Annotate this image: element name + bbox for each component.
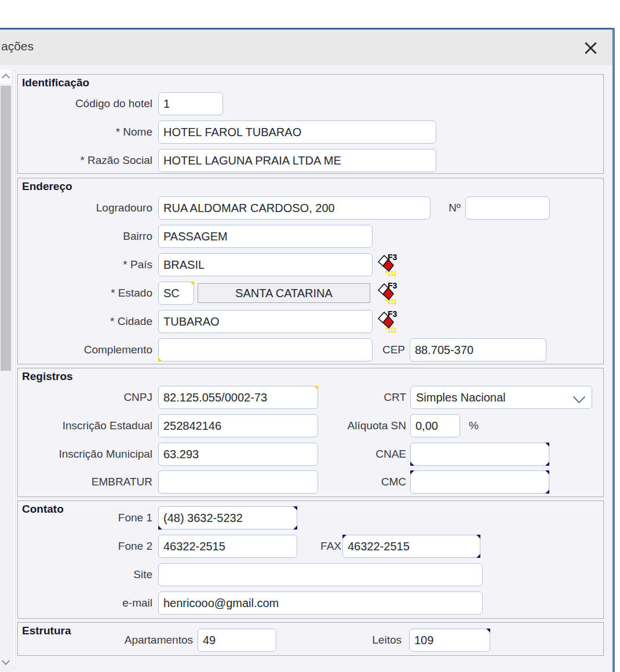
- cnae-input[interactable]: [410, 443, 549, 466]
- logradouro-label: Logradouro: [18, 196, 152, 220]
- razao-social-label: * Razão Social: [18, 149, 152, 172]
- embratur-input[interactable]: [158, 470, 318, 494]
- panel-edge: [13, 70, 16, 669]
- leitos-input-wrap: [409, 629, 490, 652]
- aliquota-sn-label: Alíquota SN: [325, 414, 406, 437]
- fax-label: FAX: [313, 535, 341, 558]
- cmc-label: CMC: [342, 470, 406, 494]
- site-label: Site: [18, 563, 152, 586]
- corner-marker: [158, 525, 162, 529]
- cmc-input-wrap: [410, 470, 549, 494]
- svg-text:F3: F3: [388, 281, 397, 290]
- group-endereco: Endereço Logradouro Nº Bairro * País F3 …: [17, 178, 604, 364]
- fone1-input-wrap: [158, 506, 297, 529]
- cnpj-input-wrap: [158, 386, 318, 409]
- group-title: Identificação: [22, 76, 89, 89]
- chevron-down-icon: [573, 391, 585, 403]
- cep-label: CEP: [363, 338, 405, 361]
- complemento-input-wrap: [158, 338, 373, 361]
- cidade-label: * Cidade: [18, 310, 152, 333]
- corner-marker: [545, 490, 549, 494]
- codigo-hotel-label: Código do hotel: [18, 92, 152, 115]
- corner-marker: [314, 386, 318, 390]
- fax-input-wrap: [342, 535, 480, 558]
- group-title: Endereço: [22, 180, 72, 193]
- corner-marker: [410, 470, 414, 474]
- chevron-up-icon: [2, 74, 10, 82]
- cep-input[interactable]: [410, 338, 546, 361]
- corner-marker: [476, 535, 480, 539]
- logradouro-input[interactable]: [158, 196, 431, 220]
- apartamentos-label: Apartamentos: [77, 629, 193, 652]
- numero-input[interactable]: [465, 196, 550, 220]
- estado-f3-lookup-icon[interactable]: F3: [376, 280, 399, 306]
- cnae-label: CNAE: [342, 443, 406, 466]
- scroll-up-button[interactable]: [0, 70, 12, 83]
- email-input[interactable]: [158, 591, 483, 615]
- group-estrutura: Estrutura Apartamentos Leitos: [17, 622, 604, 656]
- site-input[interactable]: [158, 563, 483, 586]
- codigo-hotel-input[interactable]: [158, 92, 223, 115]
- cidade-f3-lookup-icon[interactable]: F3: [376, 309, 399, 334]
- pais-label: * País: [18, 253, 152, 276]
- group-title: Registros: [22, 370, 73, 383]
- corner-marker: [293, 525, 297, 529]
- corner-marker: [342, 535, 347, 539]
- complemento-input[interactable]: [158, 338, 373, 361]
- leitos-label: Leitos: [315, 629, 402, 652]
- chevron-down-icon: [2, 657, 10, 665]
- crt-selected-value: Simples Nacional: [416, 386, 506, 408]
- inscricao-estadual-input[interactable]: [158, 414, 318, 437]
- titlebar: ações: [0, 30, 612, 65]
- fone2-label: Fone 2: [18, 535, 152, 558]
- scroll-down-button[interactable]: [0, 656, 12, 670]
- corner-marker: [545, 443, 549, 447]
- vertical-scrollbar[interactable]: [0, 68, 12, 672]
- group-contato: Contato Fone 1 Fone 2 FAX Site e-mail: [17, 501, 604, 619]
- complemento-label: Complemento: [18, 338, 152, 361]
- bairro-input[interactable]: [158, 225, 373, 248]
- inscricao-municipal-input[interactable]: [158, 443, 318, 466]
- corner-marker: [293, 506, 297, 510]
- estado-input[interactable]: [158, 282, 194, 305]
- cmc-input[interactable]: [410, 470, 549, 494]
- apartamentos-input[interactable]: [198, 629, 276, 652]
- corner-marker: [190, 282, 194, 286]
- razao-social-input[interactable]: [158, 149, 436, 172]
- scrollbar-thumb[interactable]: [1, 86, 11, 371]
- aliquota-sn-input[interactable]: [410, 414, 460, 437]
- inscricao-estadual-label: Inscrição Estadual: [18, 414, 152, 437]
- pais-input[interactable]: [158, 253, 373, 276]
- group-identificacao: Identificação Código do hotel * Nome * R…: [17, 74, 604, 174]
- estado-label: * Estado: [18, 282, 152, 305]
- crt-label: CRT: [342, 386, 406, 409]
- window-right-border: [612, 28, 615, 672]
- close-button[interactable]: [579, 37, 601, 59]
- crt-dropdown[interactable]: Simples Nacional: [410, 386, 592, 409]
- corner-marker: [158, 357, 162, 361]
- group-registros: Registros CNPJ CRT Simples Nacional Insc…: [17, 368, 604, 497]
- percent-suffix-label: %: [469, 414, 488, 437]
- fone2-input[interactable]: [158, 535, 297, 558]
- corner-marker: [545, 470, 549, 474]
- cnpj-input[interactable]: [158, 386, 318, 409]
- cnae-input-wrap: [410, 443, 549, 466]
- svg-text:F3: F3: [388, 309, 397, 319]
- leitos-input[interactable]: [409, 629, 490, 652]
- fax-input[interactable]: [342, 535, 480, 558]
- pais-f3-lookup-icon[interactable]: F3: [376, 252, 399, 277]
- corner-marker: [545, 462, 549, 466]
- embratur-label: EMBRATUR: [18, 470, 152, 494]
- fone1-input[interactable]: [158, 506, 297, 529]
- inscricao-municipal-label: Inscrição Municipal: [18, 443, 152, 466]
- nome-input[interactable]: [158, 120, 436, 144]
- email-label: e-mail: [18, 591, 152, 615]
- cidade-input[interactable]: [158, 310, 373, 333]
- estado-display-panel: SANTA CATARINA: [198, 283, 370, 303]
- window-title: ações: [1, 39, 34, 53]
- cnpj-label: CNPJ: [18, 386, 152, 409]
- group-title: Estrutura: [22, 624, 71, 637]
- close-icon: [583, 41, 597, 55]
- fone1-label: Fone 1: [18, 506, 152, 529]
- corner-marker: [410, 462, 414, 466]
